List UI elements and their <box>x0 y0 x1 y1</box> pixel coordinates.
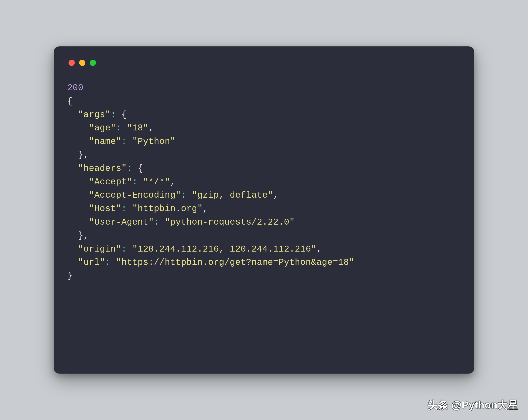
indent <box>67 110 78 120</box>
key-headers: "headers" <box>78 164 127 174</box>
val-origin: "120.244.112.216, 120.244.112.216" <box>132 244 316 254</box>
indent <box>67 231 78 241</box>
brace-open: { <box>121 110 127 120</box>
colon: : <box>116 123 122 133</box>
indent <box>67 164 78 174</box>
brace-close: } <box>78 150 84 160</box>
brace-open: { <box>67 96 73 106</box>
val-name: "Python" <box>132 137 176 146</box>
key-user-agent: "User-Agent" <box>89 217 154 227</box>
code-output: 200 { "args": { "age": "18", "name": "Py… <box>67 81 461 283</box>
indent <box>67 123 89 133</box>
key-name: "name" <box>89 137 121 146</box>
brace-close: } <box>78 231 84 241</box>
watermark-text: 头条 @Python大星 <box>428 398 518 412</box>
key-url: "url" <box>78 258 105 267</box>
val-url: "https://httpbin.org/get?name=Python&age… <box>116 258 354 267</box>
indent <box>67 204 89 214</box>
key-host: "Host" <box>89 204 121 214</box>
comma: , <box>149 123 154 133</box>
comma: , <box>84 150 89 160</box>
zoom-icon[interactable] <box>90 60 96 66</box>
colon: : <box>105 258 111 267</box>
indent <box>67 177 89 187</box>
colon: : <box>127 164 132 174</box>
comma: , <box>316 244 322 254</box>
colon: : <box>121 137 127 146</box>
comma: , <box>203 204 208 214</box>
key-args: "args" <box>78 110 110 120</box>
indent <box>67 150 78 160</box>
colon: : <box>121 204 127 214</box>
val-host: "httpbin.org" <box>132 204 203 214</box>
val-accept: "*/*" <box>143 177 170 187</box>
key-age: "age" <box>89 123 116 133</box>
colon: : <box>121 244 127 254</box>
comma: , <box>84 231 89 241</box>
indent <box>67 137 89 146</box>
key-origin: "origin" <box>78 244 121 254</box>
traffic-lights <box>69 60 461 66</box>
val-accept-encoding: "gzip, deflate" <box>192 190 273 200</box>
key-accept: "Accept" <box>89 177 132 187</box>
indent <box>67 258 78 267</box>
val-user-agent: "python-requests/2.22.0" <box>165 217 295 227</box>
key-accept-encoding: "Accept-Encoding" <box>89 190 181 200</box>
colon: : <box>110 110 116 120</box>
terminal-window: 200 { "args": { "age": "18", "name": "Py… <box>54 47 474 373</box>
indent <box>67 190 89 200</box>
comma: , <box>170 177 176 187</box>
colon: : <box>181 190 187 200</box>
brace-close: } <box>67 271 73 281</box>
comma: , <box>273 190 279 200</box>
indent <box>67 217 89 227</box>
status-code: 200 <box>67 83 84 93</box>
indent <box>67 244 78 254</box>
close-icon[interactable] <box>69 60 75 66</box>
val-age: "18" <box>127 123 149 133</box>
minimize-icon[interactable] <box>79 60 85 66</box>
brace-open: { <box>138 164 143 174</box>
colon: : <box>154 217 159 227</box>
colon: : <box>132 177 138 187</box>
